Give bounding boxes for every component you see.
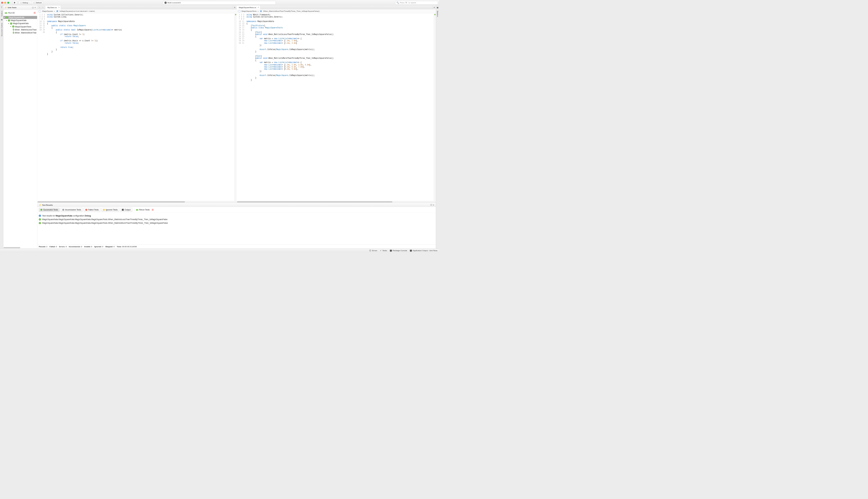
tab-tests[interactable]: MagicSquareTests.cs × xyxy=(237,5,260,9)
tab-overflow-button[interactable]: ▾ xyxy=(233,5,236,9)
nav-back-button[interactable]: ‹ xyxy=(38,6,41,9)
crumb-method[interactable]: When_MatrixIsMoreThanThreeByThree_Then_I… xyxy=(263,10,320,12)
tab-overflow-button[interactable]: ▾ xyxy=(432,5,436,9)
pass-icon xyxy=(13,32,14,34)
tab-myclass[interactable]: MyClass.cs × xyxy=(45,5,61,9)
run-all-icon: ▶▶ xyxy=(5,11,7,14)
zoom-window-button[interactable] xyxy=(7,2,9,4)
tab-label: MagicSquareTests.cs xyxy=(239,6,256,9)
right-side-rail: ▦ Solution xyxy=(436,5,439,248)
pass-icon xyxy=(39,218,41,220)
result-row[interactable]: MagicSquareKata.MagicSquareKata.MagicSqu… xyxy=(39,221,435,225)
status-package-console[interactable]: Package Console xyxy=(390,250,407,252)
tree-node-test[interactable]: When_MatrixIsLessThanThreeByThree_Then_I… xyxy=(3,28,37,31)
console-icon xyxy=(410,250,412,252)
configuration-selector[interactable]: ▢ Debug › xyxy=(19,1,32,4)
outline-icon[interactable]: ▦ xyxy=(1,19,2,21)
tree-label: MagicSquareKata xyxy=(11,19,26,22)
dock-icon[interactable]: ▢ xyxy=(430,204,432,206)
marker-strip xyxy=(234,13,236,201)
nav-forward-button[interactable]: › xyxy=(41,6,44,9)
output-icon xyxy=(122,209,124,210)
error-icon xyxy=(369,250,371,252)
success-dot-icon xyxy=(40,209,42,210)
top-toolbar: ▢ Debug › ▢ Default ✓ Build successful. … xyxy=(0,0,439,5)
result-row[interactable]: MagicSquareKata.MagicSquareKata.MagicSqu… xyxy=(39,218,435,221)
crumb-method[interactable]: IsMagicSquare(List<List<decimal>> matrix… xyxy=(59,10,95,12)
check-icon xyxy=(380,250,381,252)
stop-tests-button[interactable] xyxy=(34,12,36,14)
tree-node-test[interactable]: When_MatrixIsMoreThanThreeByThree_Then_I… xyxy=(3,31,37,34)
line-gutter: 1 2 3 4 5 6 7 8 9 10 11 12 13 14 15 16 1… xyxy=(37,13,46,201)
close-panel-icon[interactable]: ✕ xyxy=(34,7,36,9)
pill-label: Inconclusive Tests xyxy=(65,209,81,211)
test-tree[interactable]: ▼ MagicSquareKata ▼ MagicSquareKata ▼ Ma… xyxy=(3,16,37,247)
pill-label: Failed Tests xyxy=(88,209,99,211)
status-tasks[interactable]: Tasks xyxy=(380,250,387,252)
left-side-rail: T Toolbox ▦ Document Outline xyxy=(0,5,3,248)
close-window-button[interactable] xyxy=(1,2,3,4)
result-label: MagicSquareKata.MagicSquareKata.MagicSqu… xyxy=(42,222,168,224)
result-label: MagicSquareKata.MagicSquareKata.MagicSqu… xyxy=(42,218,167,221)
filter-inconclusive[interactable]: Inconclusive Tests xyxy=(61,208,83,212)
sb-label: Package Console xyxy=(393,250,407,252)
svg-marker-0 xyxy=(14,2,15,4)
status-errors[interactable]: Errors xyxy=(369,250,377,252)
console-icon xyxy=(390,250,392,252)
global-search-field[interactable]: 🔍 Press '⌘.' to search xyxy=(395,1,438,4)
breadcrumb-right[interactable]: MagicSquareTests ▸ M When_MatrixIsMoreTh… xyxy=(237,9,436,13)
sb-label: Application Output - Unit Tests xyxy=(413,250,438,252)
search-placeholder: Press '⌘.' to search xyxy=(400,1,416,4)
pass-icon xyxy=(13,29,14,31)
run-all-button[interactable]: Run All xyxy=(8,11,14,14)
filter-successful[interactable]: Successful Tests xyxy=(39,208,60,212)
test-results-title: Test Results xyxy=(42,204,53,206)
close-tab-icon[interactable]: × xyxy=(258,6,259,9)
editor-left: ‹ › MyClass.cs × ▾ MagicSquare ▸ M IsMag… xyxy=(37,5,237,203)
code-editor[interactable]: using NUnit.Framework; using System.Coll… xyxy=(245,13,434,201)
tree-label: MagicSquareKata xyxy=(13,22,29,25)
target-selector[interactable]: ▢ Default xyxy=(32,1,43,4)
rerun-tests-button[interactable]: Rerun Tests xyxy=(139,209,150,211)
tree-node-project[interactable]: ▼ MagicSquareKata xyxy=(3,19,37,22)
tree-node-namespace[interactable]: ▼ MagicSquareKata xyxy=(3,22,37,25)
tree-label: When_MatrixIsLessThanThreeByThree_Then_I… xyxy=(15,28,36,31)
stop-tests-button[interactable] xyxy=(152,209,154,210)
pass-icon xyxy=(8,19,10,21)
close-tab-icon[interactable]: × xyxy=(58,6,59,9)
document-outline-tab[interactable]: Document Outline xyxy=(1,23,2,36)
solution-icon[interactable]: ▦ xyxy=(437,6,439,9)
dock-icon[interactable]: ▢ xyxy=(32,7,34,9)
crumb-class[interactable]: MagicSquare xyxy=(42,10,53,12)
filter-failed[interactable]: Failed Tests xyxy=(84,208,100,212)
editor-right: MagicSquareTests.cs × ▾ MagicSquareTests… xyxy=(237,5,436,203)
toolbox-tab[interactable]: Toolbox xyxy=(1,11,2,16)
crumb-class[interactable]: MagicSquareTests xyxy=(241,10,257,12)
filter-output[interactable]: Output xyxy=(120,208,132,212)
info-icon xyxy=(39,215,41,217)
test-results-panel: ⚡ Test Results ▢ ✕ Successful Tests Inco… xyxy=(37,203,436,248)
breadcrumb-left[interactable]: MagicSquare ▸ M IsMagicSquare(List<List<… xyxy=(37,9,236,13)
code-editor[interactable]: using System.Collections.Generic; using … xyxy=(46,13,235,201)
method-icon: M xyxy=(260,10,262,12)
tree-node-fixture[interactable]: ▼ MagicSquareTests xyxy=(3,25,37,28)
toolbox-icon[interactable]: T xyxy=(1,6,2,9)
sb-label: Tasks xyxy=(382,250,387,252)
method-icon: M xyxy=(57,10,59,12)
line-gutter: 1 2 3 4 5 6 7 8 9 10 11 12 13 14 15 16 1… xyxy=(237,13,245,201)
grey-dot-icon xyxy=(62,209,64,210)
tree-node-solution[interactable]: ▼ MagicSquareKata xyxy=(3,16,37,19)
run-button[interactable] xyxy=(12,1,17,4)
close-panel-icon[interactable]: ✕ xyxy=(433,204,434,206)
minimize-window-button[interactable] xyxy=(4,2,6,4)
solution-tab[interactable]: Solution xyxy=(437,11,439,16)
pass-icon xyxy=(39,222,41,224)
results-info-row: Test results for MagicSquareKata configu… xyxy=(39,214,435,217)
status-app-output[interactable]: Application Output - Unit Tests xyxy=(410,250,437,252)
rerun-icon: ▶▶ xyxy=(136,209,138,211)
info-text: configuration xyxy=(72,215,84,217)
filter-ignored[interactable]: Ignored Tests xyxy=(101,208,119,212)
marker-strip xyxy=(434,13,436,201)
tree-label: MagicSquareTests xyxy=(15,25,32,28)
pill-label: Output xyxy=(124,209,131,211)
